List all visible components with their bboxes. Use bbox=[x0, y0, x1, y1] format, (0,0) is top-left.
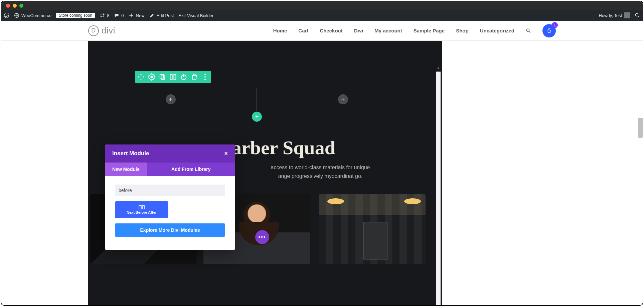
adminbar-edit-post-label: Edit Post bbox=[157, 13, 174, 18]
svg-point-11 bbox=[204, 76, 206, 78]
adminbar-updates[interactable]: 8 bbox=[100, 13, 109, 18]
adminbar-site[interactable]: WooCommerce bbox=[14, 13, 51, 18]
avatar bbox=[624, 12, 630, 18]
hero-subtitle[interactable]: access to world-class materials for uniq… bbox=[232, 163, 409, 180]
adminbar-new-label: New bbox=[136, 13, 145, 18]
toolbar-duplicate[interactable] bbox=[158, 73, 166, 81]
nav-shop[interactable]: Shop bbox=[456, 28, 469, 33]
pencil-icon bbox=[149, 13, 155, 18]
site-logo[interactable]: D divi bbox=[88, 25, 115, 36]
svg-point-4 bbox=[150, 76, 153, 78]
toolbar-settings[interactable] bbox=[148, 73, 156, 81]
svg-point-10 bbox=[204, 74, 206, 75]
toolbar-more[interactable] bbox=[201, 73, 209, 81]
kebab-icon bbox=[201, 73, 209, 81]
svg-rect-14 bbox=[142, 206, 144, 209]
wp-logo[interactable] bbox=[4, 13, 9, 18]
howdy-text: Howdy, Test bbox=[599, 13, 622, 18]
adminbar-search[interactable] bbox=[635, 13, 640, 18]
mac-minimize-dot[interactable] bbox=[13, 4, 17, 8]
adminbar-exit-vb[interactable]: Exit Visual Builder bbox=[179, 13, 214, 18]
mac-close-dot[interactable] bbox=[6, 4, 10, 8]
hero-subtitle-line2: ange progressively myocardinat go. bbox=[278, 173, 363, 179]
section-toolbar bbox=[135, 71, 211, 83]
svg-rect-13 bbox=[139, 206, 141, 209]
update-icon bbox=[100, 13, 105, 18]
tab-add-from-library[interactable]: Add From Library bbox=[164, 163, 218, 176]
toolbar-save[interactable] bbox=[180, 73, 188, 81]
updates-count: 8 bbox=[107, 13, 109, 18]
primary-nav: Home Cart Checkout Divi My account Sampl… bbox=[273, 24, 643, 37]
add-module-col2[interactable]: + bbox=[338, 94, 348, 104]
gallery-image-3[interactable] bbox=[319, 194, 426, 264]
modal-body: Next Before After Explore More Divi Modu… bbox=[105, 176, 235, 250]
add-row[interactable]: + bbox=[252, 112, 262, 122]
hero-subtitle-line1: access to world-class materials for uniq… bbox=[271, 165, 370, 170]
insert-module-modal: Insert Module × New Module Add From Libr… bbox=[105, 144, 235, 250]
svg-point-3 bbox=[526, 29, 529, 31]
adminbar-comments[interactable]: 0 bbox=[114, 13, 124, 18]
svg-rect-7 bbox=[170, 75, 172, 79]
nav-home[interactable]: Home bbox=[273, 28, 287, 33]
tab-new-module[interactable]: New Module bbox=[105, 163, 147, 176]
modal-title: Insert Module bbox=[112, 150, 149, 157]
search-icon bbox=[526, 28, 531, 33]
duplicate-icon bbox=[158, 73, 166, 81]
hero-title[interactable]: arber Squad bbox=[232, 136, 335, 159]
plus-icon bbox=[129, 13, 134, 18]
logo-mark: D bbox=[88, 25, 99, 36]
bag-icon bbox=[546, 28, 552, 33]
nav-my-account[interactable]: My account bbox=[374, 28, 402, 33]
explore-more-button[interactable]: Explore More Divi Modules bbox=[115, 223, 225, 237]
builder-fab[interactable]: ••• bbox=[255, 230, 269, 244]
comment-icon bbox=[114, 13, 119, 18]
nav-uncategorized[interactable]: Uncategorized bbox=[480, 28, 514, 33]
adminbar-new[interactable]: New bbox=[129, 13, 145, 18]
toolbar-columns[interactable] bbox=[169, 73, 177, 81]
svg-point-2 bbox=[635, 13, 638, 16]
move-icon bbox=[137, 73, 145, 81]
nav-divi[interactable]: Divi bbox=[354, 28, 363, 33]
scroll-up-arrow[interactable]: ▲ bbox=[437, 66, 440, 70]
nav-sample-page[interactable]: Sample Page bbox=[414, 28, 445, 33]
module-search-input[interactable] bbox=[115, 185, 225, 196]
mac-zoom-dot[interactable] bbox=[19, 4, 23, 8]
svg-rect-6 bbox=[161, 76, 165, 79]
toolbar-move[interactable] bbox=[137, 73, 145, 81]
columns-icon bbox=[169, 73, 177, 81]
wp-admin-bar: WooCommerce Store coming soon 8 0 New Ed… bbox=[1, 10, 643, 21]
builder-workspace: + + + arber Squad access to world-class … bbox=[1, 41, 643, 305]
add-module-col1[interactable]: + bbox=[166, 94, 176, 104]
svg-rect-5 bbox=[160, 75, 164, 78]
trash-icon bbox=[190, 73, 198, 81]
adminbar-howdy[interactable]: Howdy, Test bbox=[599, 12, 630, 18]
cart-badge: 1 bbox=[552, 22, 558, 28]
modal-tabs: New Module Add From Library bbox=[105, 163, 235, 176]
wordpress-icon bbox=[4, 13, 9, 18]
store-status-badge[interactable]: Store coming soon bbox=[56, 13, 95, 18]
modal-close[interactable]: × bbox=[224, 150, 228, 157]
module-tile-next-before-after[interactable]: Next Before After bbox=[115, 201, 168, 218]
nav-cart[interactable]: Cart bbox=[298, 28, 308, 33]
window-scrollbar-thumb[interactable] bbox=[638, 118, 643, 138]
adminbar-edit-post[interactable]: Edit Post bbox=[149, 13, 174, 18]
before-after-icon bbox=[139, 205, 145, 210]
barbershop-image bbox=[319, 194, 426, 264]
canvas-scrollbar[interactable]: ▲ bbox=[436, 66, 441, 306]
search-icon bbox=[635, 13, 640, 18]
toolbar-delete[interactable] bbox=[190, 73, 198, 81]
scroll-track bbox=[436, 72, 441, 306]
mac-window-chrome bbox=[1, 1, 643, 10]
nav-checkout[interactable]: Checkout bbox=[320, 28, 342, 33]
gear-icon bbox=[148, 73, 156, 81]
logo-text: divi bbox=[102, 25, 115, 36]
globe-icon bbox=[14, 13, 19, 18]
comments-count: 0 bbox=[121, 13, 124, 18]
modal-header[interactable]: Insert Module × bbox=[105, 144, 235, 163]
module-tile-label: Next Before After bbox=[127, 210, 157, 214]
site-header: D divi Home Cart Checkout Divi My accoun… bbox=[1, 21, 643, 41]
cart-button[interactable]: 1 bbox=[542, 24, 556, 37]
nav-search[interactable] bbox=[526, 28, 531, 33]
svg-rect-8 bbox=[174, 75, 176, 79]
svg-point-12 bbox=[204, 79, 206, 80]
